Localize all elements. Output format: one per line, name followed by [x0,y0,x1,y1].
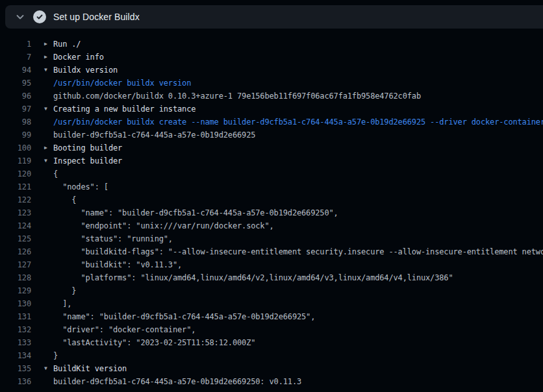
line-number[interactable]: 100 [0,141,31,154]
line-number[interactable]: 7 [0,51,31,64]
fold-expanded-icon[interactable]: ▼ [44,154,47,167]
log-group-line[interactable]: 7▶Docker info [0,51,543,64]
line-number[interactable]: 120 [0,167,31,180]
step-title: Set up Docker Buildx [53,12,140,22]
line-number[interactable]: 123 [0,206,31,219]
log-text: "name": "builder-d9cfb5a1-c764-445a-a57e… [53,206,338,219]
log-text: "nodes": [ [53,180,108,193]
line-number[interactable]: 125 [0,232,31,245]
log-text: Buildx version [53,64,118,77]
log-line: 131 "name": "builder-d9cfb5a1-c764-445a-… [0,310,543,323]
log-line: 133 "lastActivity": "2023-02-25T11:58:12… [0,336,543,349]
log-text: "platforms": "linux/amd64,linux/amd64/v2… [53,271,453,284]
log-line: 121 "nodes": [ [0,180,543,193]
line-number[interactable]: 126 [0,245,31,258]
line-number[interactable]: 122 [0,193,31,206]
status-check-icon [33,10,46,23]
fold-expanded-icon[interactable]: ▼ [44,64,47,77]
log-group-line[interactable]: 135▼BuildKit version [0,362,543,375]
log-text: /usr/bin/docker buildx version [53,77,191,90]
log-line: 95/usr/bin/docker buildx version [0,77,543,90]
log-group-line[interactable]: 97▼Creating a new builder instance [0,103,543,116]
line-number[interactable]: 124 [0,219,31,232]
log-text: builder-d9cfb5a1-c764-445a-a57e-0b19d2e6… [53,129,255,141]
log-text: "endpoint": "unix:///var/run/docker.sock… [53,219,274,232]
log-text: Inspect builder [53,154,122,167]
log-text: Booting builder [53,141,122,154]
line-number[interactable]: 97 [0,103,31,116]
step-header[interactable]: Set up Docker Buildx [5,5,543,29]
fold-collapsed-icon[interactable]: ▶ [44,38,47,51]
log-line: 136builder-d9cfb5a1-c764-445a-a57e-0b19d… [0,375,543,388]
line-number[interactable]: 96 [0,90,31,103]
line-number[interactable]: 133 [0,336,31,349]
log-line: 126 "buildkitd-flags": "--allow-insecure… [0,245,543,258]
fold-expanded-icon[interactable]: ▼ [44,362,47,375]
fold-expanded-icon[interactable]: ▼ [44,103,47,116]
line-number[interactable]: 1 [0,38,31,51]
log-line: 99builder-d9cfb5a1-c764-445a-a57e-0b19d2… [0,129,543,141]
log-line: 123 "name": "builder-d9cfb5a1-c764-445a-… [0,206,543,219]
log-text: builder-d9cfb5a1-c764-445a-a57e-0b19d2e6… [53,375,301,388]
fold-collapsed-icon[interactable]: ▶ [44,51,47,64]
log-line: 122 { [0,193,543,206]
log-text: "lastActivity": "2023-02-25T11:58:12.000… [53,336,255,349]
line-number[interactable]: 130 [0,297,31,310]
collapse-step-button[interactable] [13,10,27,24]
log-line: 127 "buildkit": "v0.11.3", [0,258,543,271]
log-text: github.com/docker/buildx 0.10.3+azure-1 … [53,90,421,103]
log-text: "buildkit": "v0.11.3", [53,258,182,271]
log-text: Run ./ [53,38,81,51]
log-text: /usr/bin/docker buildx create --name bui… [53,116,543,129]
log-line: 130 ], [0,297,543,310]
log-line: 125 "status": "running", [0,232,543,245]
log-line: 134} [0,349,543,362]
log-line: 120{ [0,167,543,180]
line-number[interactable]: 128 [0,271,31,284]
fold-collapsed-icon[interactable]: ▶ [44,141,47,154]
log-viewer[interactable]: 1▶Run ./7▶Docker info94▼Buildx version95… [0,29,543,392]
log-text: { [53,167,58,180]
line-number[interactable]: 99 [0,129,31,141]
line-number[interactable]: 135 [0,362,31,375]
line-number[interactable]: 132 [0,323,31,336]
log-text: ], [53,297,71,310]
log-text: { [53,193,76,206]
line-number[interactable]: 136 [0,375,31,388]
log-text: Creating a new builder instance [53,103,196,116]
log-text: "name": "builder-d9cfb5a1-c764-445a-a57e… [53,310,315,323]
log-line: 129 } [0,284,543,297]
log-group-line[interactable]: 94▼Buildx version [0,64,543,77]
chevron-down-icon [15,12,25,22]
log-text: Docker info [53,51,104,64]
log-line: 128 "platforms": "linux/amd64,linux/amd6… [0,271,543,284]
log-line: 98/usr/bin/docker buildx create --name b… [0,116,543,129]
line-number[interactable]: 127 [0,258,31,271]
log-text: "status": "running", [53,232,173,245]
log-group-line[interactable]: 1▶Run ./ [0,38,543,51]
log-group-line[interactable]: 119▼Inspect builder [0,154,543,167]
log-text: BuildKit version [53,362,127,375]
line-number[interactable]: 98 [0,116,31,129]
log-line: 132 "driver": "docker-container", [0,323,543,336]
log-line: 124 "endpoint": "unix:///var/run/docker.… [0,219,543,232]
log-text: } [53,349,58,362]
line-number[interactable]: 94 [0,64,31,77]
log-line: 96github.com/docker/buildx 0.10.3+azure-… [0,90,543,103]
log-text: } [53,284,76,297]
line-number[interactable]: 119 [0,154,31,167]
log-text: "buildkitd-flags": "--allow-insecure-ent… [53,245,543,258]
log-text: "driver": "docker-container", [53,323,196,336]
line-number[interactable]: 121 [0,180,31,193]
line-number[interactable]: 95 [0,77,31,90]
line-number[interactable]: 129 [0,284,31,297]
line-number[interactable]: 134 [0,349,31,362]
line-number[interactable]: 131 [0,310,31,323]
log-group-line[interactable]: 100▶Booting builder [0,141,543,154]
